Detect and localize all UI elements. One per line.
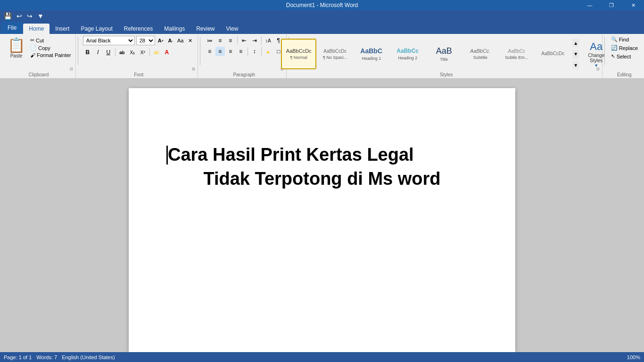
font-shrink-button[interactable]: A- bbox=[166, 36, 175, 45]
tab-mailings[interactable]: Mailings bbox=[158, 24, 190, 34]
ribbon-group-editing: 🔍 Find 🔄 Replace ↖ Select Editing bbox=[607, 34, 642, 78]
cut-icon: ✂ bbox=[30, 37, 34, 43]
superscript-button[interactable]: X² bbox=[138, 48, 148, 57]
ribbon-body: 📋 Paste ✂ Cut 📄 Copy 🖌 Format Painter bbox=[0, 34, 644, 79]
tab-home[interactable]: Home bbox=[23, 24, 50, 34]
word-count: Words: 7 bbox=[36, 354, 57, 360]
font-group-label: Font bbox=[83, 72, 195, 78]
document-area: Cara Hasil Print Kertas Legal Tidak Terp… bbox=[0, 79, 644, 352]
styles-scroll-up[interactable]: ▲ bbox=[572, 39, 579, 47]
editing-group-label: Editing bbox=[610, 72, 639, 78]
styles-more-button[interactable]: ▼ bbox=[572, 61, 579, 69]
save-button[interactable]: 💾 bbox=[2, 11, 14, 21]
tab-file[interactable]: File bbox=[1, 22, 23, 34]
numbering-button[interactable]: ≡ bbox=[215, 36, 225, 45]
status-bar: Page: 1 of 1 Words: 7 English (United St… bbox=[0, 352, 644, 362]
text-highlight-button[interactable]: ab bbox=[152, 48, 161, 57]
clipboard-expand-button[interactable]: ⊡ bbox=[69, 66, 74, 72]
font-case-button[interactable]: Aa bbox=[176, 36, 185, 45]
styles-group-label: Styles bbox=[294, 72, 599, 78]
tab-page-layout[interactable]: Page Layout bbox=[75, 24, 118, 34]
document-line1: Cara Hasil Print Kertas Legal bbox=[166, 145, 478, 165]
style-subtitle[interactable]: AaBbCc. Subtitle bbox=[462, 39, 498, 69]
style-title[interactable]: AaB Title bbox=[426, 39, 462, 69]
copy-icon: 📄 bbox=[30, 45, 37, 51]
sort-button[interactable]: ↕A bbox=[264, 36, 273, 45]
justify-button[interactable]: ≡ bbox=[236, 47, 246, 56]
font-size-select[interactable]: 28 bbox=[136, 36, 155, 45]
styles-expand-button[interactable]: ⊡ bbox=[595, 66, 601, 72]
align-center-button[interactable]: ≡ bbox=[215, 47, 225, 56]
styles-scroll-down[interactable]: ▼ bbox=[572, 50, 579, 58]
ribbon-group-styles: AaBbCcDc ¶ Normal AaBbCcDc ¶ No Spaci...… bbox=[291, 34, 603, 78]
increase-indent-button[interactable]: ⇥ bbox=[250, 36, 259, 45]
ribbon-group-clipboard: 📋 Paste ✂ Cut 📄 Copy 🖌 Format Painter bbox=[2, 34, 76, 78]
quick-access-dropdown[interactable]: ▼ bbox=[35, 11, 46, 21]
underline-button[interactable]: U bbox=[104, 48, 113, 57]
find-icon: 🔍 bbox=[611, 36, 618, 42]
subscript-button[interactable]: X₂ bbox=[128, 48, 137, 57]
ribbon-group-paragraph: ≔ ≡ ≡ ⇤ ⇥ ↕A ¶ ≡ ≡ ≡ ≡ ↕ bbox=[202, 34, 287, 78]
format-painter-icon: 🖌 bbox=[30, 52, 35, 58]
cut-button[interactable]: ✂ Cut bbox=[29, 37, 73, 44]
find-button[interactable]: 🔍 Find bbox=[610, 36, 630, 43]
ribbon-group-font: Arial Black 28 A+ A- Aa ✕ B I U ab X bbox=[80, 34, 198, 78]
multilevel-list-button[interactable]: ≡ bbox=[226, 36, 235, 45]
italic-button[interactable]: I bbox=[93, 48, 103, 57]
select-icon: ↖ bbox=[611, 53, 615, 59]
tab-review[interactable]: Review bbox=[190, 24, 220, 34]
tab-references[interactable]: References bbox=[118, 24, 158, 34]
font-name-select[interactable]: Arial Black bbox=[83, 36, 135, 45]
style-normal[interactable]: AaBbCcDc ¶ Normal bbox=[281, 39, 316, 69]
paste-button[interactable]: 📋 Paste bbox=[5, 36, 28, 59]
paragraph-group-label: Paragraph bbox=[205, 72, 283, 78]
align-right-button[interactable]: ≡ bbox=[226, 47, 235, 56]
copy-button[interactable]: 📄 Copy bbox=[29, 44, 73, 51]
app-title: Document1 - Microsoft Word bbox=[286, 2, 358, 8]
ribbon-tabs: File Home Insert Page Layout References … bbox=[0, 22, 644, 34]
close-button[interactable]: ✕ bbox=[622, 0, 644, 10]
tab-view[interactable]: View bbox=[221, 24, 244, 34]
bullets-button[interactable]: ≔ bbox=[205, 36, 215, 45]
quick-access-toolbar: 💾 ↩ ↪ ▼ bbox=[0, 10, 644, 22]
format-painter-button[interactable]: 🖌 Format Painter bbox=[29, 52, 73, 58]
zoom-level[interactable]: 100% bbox=[627, 354, 640, 360]
replace-icon: 🔄 bbox=[611, 45, 618, 51]
font-expand-button[interactable]: ⊡ bbox=[191, 66, 197, 72]
font-grow-button[interactable]: A+ bbox=[157, 36, 165, 45]
align-left-button[interactable]: ≡ bbox=[205, 47, 215, 56]
language-indicator: English (United States) bbox=[62, 354, 115, 360]
style-heading2[interactable]: AaBbCc Heading 2 bbox=[390, 39, 425, 69]
tab-insert[interactable]: Insert bbox=[50, 24, 75, 34]
shading-button[interactable]: ▲ bbox=[264, 47, 273, 56]
page-indicator: Page: 1 of 1 bbox=[4, 354, 32, 360]
style-more[interactable]: AaBbCcDc bbox=[535, 39, 570, 69]
strikethrough-button[interactable]: ab bbox=[117, 48, 127, 57]
select-button[interactable]: ↖ Select bbox=[610, 53, 633, 60]
title-bar: Document1 - Microsoft Word — ❐ ✕ bbox=[0, 0, 644, 10]
undo-button[interactable]: ↩ bbox=[15, 11, 24, 21]
maximize-button[interactable]: ❐ bbox=[601, 0, 622, 10]
font-color-button[interactable]: A bbox=[162, 48, 172, 57]
document-page[interactable]: Cara Hasil Print Kertas Legal Tidak Terp… bbox=[129, 88, 515, 352]
line-spacing-button[interactable]: ↕ bbox=[250, 47, 259, 56]
replace-button[interactable]: 🔄 Replace bbox=[610, 44, 639, 51]
decrease-indent-button[interactable]: ⇤ bbox=[239, 36, 249, 45]
bold-button[interactable]: B bbox=[83, 48, 92, 57]
redo-button[interactable]: ↪ bbox=[25, 11, 34, 21]
style-heading1[interactable]: AaBbC Heading 1 bbox=[354, 39, 389, 69]
style-subtle-emphasis[interactable]: AaBbCc Subtle Em... bbox=[499, 39, 534, 69]
style-no-spacing[interactable]: AaBbCcDc ¶ No Spaci... bbox=[317, 39, 353, 69]
clear-format-button[interactable]: ✕ bbox=[186, 36, 195, 45]
clipboard-group-label: Clipboard bbox=[5, 72, 73, 78]
change-styles-icon: Aa bbox=[590, 41, 603, 53]
minimize-button[interactable]: — bbox=[579, 0, 601, 10]
document-line2: Tidak Terpotong di Ms word bbox=[166, 169, 478, 189]
